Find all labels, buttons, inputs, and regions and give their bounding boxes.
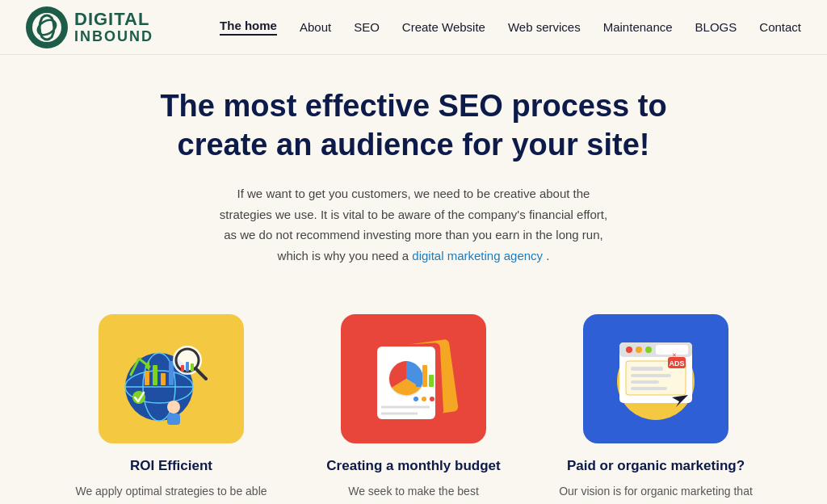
card-budget-title: Creating a monthly budget [326, 458, 500, 474]
svg-point-1 [32, 13, 61, 42]
nav-web-services[interactable]: Web services [508, 20, 581, 34]
svg-rect-19 [167, 414, 180, 425]
svg-rect-27 [416, 371, 421, 387]
hero-description: If we want to get you customers, we need… [212, 183, 615, 266]
svg-point-30 [414, 397, 418, 401]
logo-text: DIGITAL INBOUND [74, 10, 153, 45]
svg-rect-46 [631, 380, 659, 384]
logo-digital: DIGITAL [74, 10, 153, 29]
hero-title: The most effective SEO process to create… [129, 87, 698, 164]
card-budget-desc: We seek to make the best recommendations… [317, 482, 510, 504]
svg-text:✕: ✕ [672, 352, 677, 358]
budget-illustration [353, 326, 474, 431]
cards-section: ROI Efficient We apply optimal strategie… [0, 282, 827, 504]
logo-inbound: INBOUND [74, 29, 153, 45]
svg-rect-29 [429, 375, 434, 387]
svg-point-38 [645, 346, 652, 353]
svg-rect-8 [153, 365, 157, 385]
svg-rect-16 [191, 363, 194, 372]
svg-rect-44 [631, 367, 663, 371]
svg-rect-28 [422, 365, 427, 387]
svg-rect-10 [169, 361, 174, 385]
svg-line-13 [195, 368, 206, 379]
svg-point-36 [626, 346, 632, 353]
svg-rect-7 [145, 371, 149, 385]
nav-seo[interactable]: SEO [354, 20, 380, 34]
svg-point-31 [422, 397, 426, 401]
card-budget: Creating a monthly budget We seek to mak… [317, 314, 510, 504]
card-marketing-desc: Our vision is for organic marketing that… [559, 482, 753, 504]
card-budget-image [341, 314, 486, 443]
card-marketing: ADS ✕ Paid or organic marketing? Our vis… [559, 314, 753, 504]
svg-rect-45 [631, 374, 671, 377]
card-roi-desc: We apply optimal strategies to be able t… [74, 482, 268, 504]
nav-the-home[interactable]: The home [220, 19, 277, 36]
nav-contact[interactable]: Contact [759, 20, 801, 34]
marketing-illustration: ADS ✕ [595, 326, 716, 431]
hero-section: The most effective SEO process to create… [0, 55, 827, 282]
hero-link[interactable]: digital marketing agency [412, 249, 543, 262]
nav-blogs[interactable]: BLOGS [695, 20, 737, 34]
card-roi-title: ROI Efficient [130, 458, 212, 474]
card-roi: ROI Efficient We apply optimal strategie… [74, 314, 268, 504]
logo: DIGITAL INBOUND [26, 6, 153, 48]
card-marketing-image: ADS ✕ [583, 314, 728, 443]
svg-text:ADS: ADS [669, 359, 684, 368]
svg-point-32 [430, 397, 434, 401]
main-nav: The home About SEO Create Website Web se… [220, 19, 801, 36]
svg-rect-9 [161, 373, 166, 385]
svg-point-18 [167, 401, 180, 414]
header: DIGITAL INBOUND The home About SEO Creat… [0, 0, 827, 55]
svg-rect-47 [631, 387, 667, 390]
card-roi-image [99, 314, 244, 443]
svg-rect-14 [181, 365, 184, 372]
svg-rect-15 [186, 362, 189, 372]
logo-icon [26, 6, 68, 48]
roi-illustration [111, 326, 232, 431]
card-marketing-title: Paid or organic marketing? [567, 458, 745, 474]
nav-create-website[interactable]: Create Website [402, 20, 485, 34]
nav-about[interactable]: About [300, 20, 331, 34]
svg-point-37 [636, 346, 642, 353]
nav-maintenance[interactable]: Maintenance [603, 20, 673, 34]
